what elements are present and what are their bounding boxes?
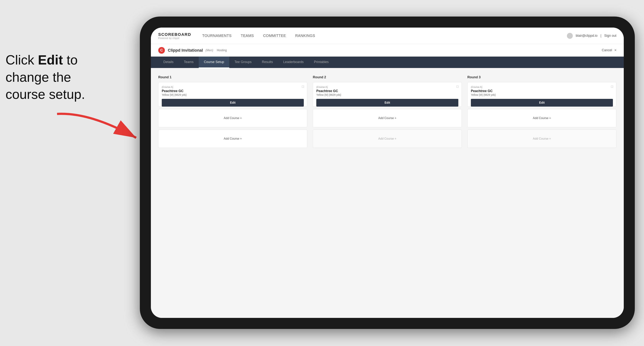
round-2-column: Round 2 □ (Course A) Peachtree GC Yellow… xyxy=(313,75,462,150)
sign-out-link[interactable]: Sign out xyxy=(604,34,616,38)
cancel-button[interactable]: Cancel × xyxy=(602,48,616,52)
plus-icon-r2-1: + xyxy=(395,117,396,120)
user-avatar xyxy=(567,33,573,39)
tab-leaderboards[interactable]: Leaderboards xyxy=(278,57,309,68)
nav-tournaments[interactable]: TOURNAMENTS xyxy=(202,34,232,38)
nav-right: blair@clippd.io | Sign out xyxy=(567,33,616,39)
main-content: Round 1 □ (Course A) Peachtree GC Yellow… xyxy=(151,68,624,318)
course-label-r2: (Course A) xyxy=(316,86,458,88)
brand-title: SCOREBOARD xyxy=(158,32,191,37)
add-course-text-r1-1: Add Course + xyxy=(224,117,242,120)
add-course-text-r3-1: Add Course + xyxy=(533,117,551,120)
tab-results[interactable]: Results xyxy=(257,57,278,68)
round-1-column: Round 1 □ (Course A) Peachtree GC Yellow… xyxy=(158,75,307,150)
course-label-r3: (Course A) xyxy=(471,86,613,88)
nav-separator: | xyxy=(600,34,601,38)
instruction-text: Click Edit tochange thecourse setup. xyxy=(6,51,85,103)
tournament-logo: C xyxy=(158,47,165,54)
add-course-r3-2: Add Course + xyxy=(467,130,616,148)
rounds-grid: Round 1 □ (Course A) Peachtree GC Yellow… xyxy=(158,75,616,150)
app-navbar: SCOREBOARD Powered by clippd TOURNAMENTS… xyxy=(151,27,624,44)
round-2-title: Round 2 xyxy=(313,75,462,79)
tournament-hosting: Hosting xyxy=(217,49,227,52)
plus-icon-r1-2: + xyxy=(240,137,242,140)
course-label-r1: (Course A) xyxy=(162,86,304,88)
tablet-frame: SCOREBOARD Powered by clippd TOURNAMENTS… xyxy=(140,16,635,329)
plus-icon-r3-1: + xyxy=(549,117,551,120)
tab-course-setup[interactable]: Course Setup xyxy=(199,57,229,68)
tabs-bar: Details Teams Course Setup Tee Groups Re… xyxy=(151,57,624,68)
delete-button-r3[interactable]: □ xyxy=(610,84,614,89)
round-3-column: Round 3 □ (Course A) Peachtree GC Yellow… xyxy=(467,75,616,150)
plus-icon-r3-2: + xyxy=(549,137,551,140)
tournament-name: Clippd Invitational xyxy=(168,48,203,53)
course-details-r3: Yellow (M) (6629 yds) xyxy=(471,93,613,96)
course-name-r1: Peachtree GC xyxy=(162,89,304,93)
course-name-r3: Peachtree GC xyxy=(471,89,613,93)
add-course-r1-1[interactable]: Add Course + xyxy=(158,109,307,127)
tournament-bar: C Clippd Invitational (Men) Hosting Canc… xyxy=(151,44,624,57)
brand-sub: Powered by clippd xyxy=(158,37,191,39)
add-course-r2-1[interactable]: Add Course + xyxy=(313,109,462,127)
course-card-r1: □ (Course A) Peachtree GC Yellow (M) (66… xyxy=(158,82,307,107)
round-1-course-card: □ (Course A) Peachtree GC Yellow (M) (66… xyxy=(158,82,307,109)
course-card-r3: □ (Course A) Peachtree GC Yellow (M) (66… xyxy=(467,82,616,107)
add-course-r2-2: Add Course + xyxy=(313,130,462,148)
course-name-r2: Peachtree GC xyxy=(316,89,458,93)
course-details-r1: Yellow (M) (6629 yds) xyxy=(162,93,304,96)
edit-bold: Edit xyxy=(38,53,63,67)
plus-icon-r1-1: + xyxy=(240,117,242,120)
add-course-text-r3-2: Add Course + xyxy=(533,137,551,140)
tab-details[interactable]: Details xyxy=(158,57,179,68)
course-card-r2: □ (Course A) Peachtree GC Yellow (M) (66… xyxy=(313,82,462,107)
round-3-course-card: □ (Course A) Peachtree GC Yellow (M) (66… xyxy=(467,82,616,109)
plus-icon-r2-2: + xyxy=(395,137,396,140)
delete-button-r2[interactable]: □ xyxy=(455,84,460,89)
round-1-title: Round 1 xyxy=(158,75,307,79)
nav-teams[interactable]: TEAMS xyxy=(241,34,254,38)
course-details-r2: Yellow (M) (6629 yds) xyxy=(316,93,458,96)
user-email: blair@clippd.io xyxy=(576,34,598,38)
add-course-text-r2-2: Add Course + xyxy=(378,137,396,140)
add-course-r1-2[interactable]: Add Course + xyxy=(158,130,307,148)
add-course-text-r2-1: Add Course + xyxy=(378,117,396,120)
add-course-r3-1[interactable]: Add Course + xyxy=(467,109,616,127)
delete-button-r1[interactable]: □ xyxy=(301,84,305,89)
tab-teams[interactable]: Teams xyxy=(179,57,199,68)
close-icon: × xyxy=(614,48,616,52)
add-course-text-r1-2: Add Course + xyxy=(224,137,242,140)
brand: SCOREBOARD Powered by clippd xyxy=(158,32,191,39)
nav-committee[interactable]: COMMITTEE xyxy=(263,34,286,38)
nav-rankings[interactable]: RANKINGS xyxy=(295,34,315,38)
tablet-screen: SCOREBOARD Powered by clippd TOURNAMENTS… xyxy=(151,27,624,318)
edit-button-r3[interactable]: Edit xyxy=(471,99,613,107)
nav-links: TOURNAMENTS TEAMS COMMITTEE RANKINGS xyxy=(202,34,567,38)
round-2-course-card: □ (Course A) Peachtree GC Yellow (M) (66… xyxy=(313,82,462,109)
edit-button-r1[interactable]: Edit xyxy=(162,99,304,107)
tab-printables[interactable]: Printables xyxy=(309,57,334,68)
tournament-gender: (Men) xyxy=(206,49,213,52)
round-3-title: Round 3 xyxy=(467,75,616,79)
tab-tee-groups[interactable]: Tee Groups xyxy=(229,57,257,68)
edit-button-r2[interactable]: Edit xyxy=(316,99,458,107)
